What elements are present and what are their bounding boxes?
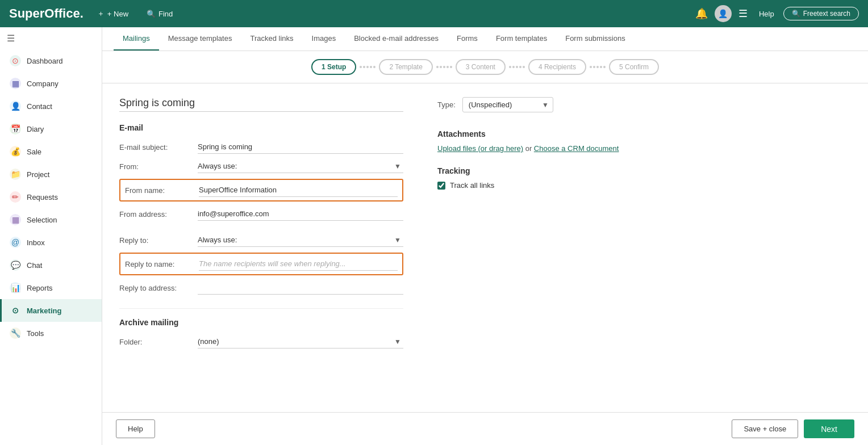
- from-address-input[interactable]: [198, 207, 403, 221]
- from-name-row: From name:: [119, 179, 403, 201]
- help-button-footer[interactable]: Help: [116, 419, 155, 438]
- type-select[interactable]: (Unspecified) Email SMS Document: [462, 97, 553, 112]
- mailing-title-input[interactable]: [119, 97, 403, 112]
- reply-to-name-input[interactable]: [199, 257, 398, 271]
- step-template-circle[interactable]: 2 Template: [379, 59, 432, 75]
- main-content: Mailings Message templates Tracked links…: [102, 27, 868, 445]
- folder-select-wrapper: (none) ▼: [198, 335, 403, 349]
- email-subject-input[interactable]: [198, 140, 403, 154]
- reply-to-address-label: Reply to address:: [119, 284, 193, 292]
- archive-section-title: Archive mailing: [119, 318, 403, 327]
- tab-blocked-email[interactable]: Blocked e-mail addresses: [345, 27, 448, 51]
- sidebar-item-contact[interactable]: 👤 Contact: [0, 95, 102, 117]
- dashboard-icon: ⊙: [10, 55, 21, 66]
- sale-icon: 💰: [10, 146, 21, 157]
- wizard-step-setup[interactable]: 1 Setup: [311, 59, 356, 75]
- find-button[interactable]: 🔍 Find: [142, 7, 177, 20]
- tab-tracked-links[interactable]: Tracked links: [241, 27, 302, 51]
- sidebar-item-requests[interactable]: ✏ Requests: [0, 186, 102, 208]
- step-content-circle[interactable]: 3 Content: [456, 59, 506, 75]
- reply-to-select[interactable]: Always use: Ask each time: [198, 233, 403, 247]
- tab-forms[interactable]: Forms: [448, 27, 487, 51]
- email-subject-row: E-mail subject:: [119, 140, 403, 154]
- tab-mailings[interactable]: Mailings: [114, 27, 159, 51]
- reply-to-address-input[interactable]: [198, 281, 403, 295]
- tab-images[interactable]: Images: [303, 27, 345, 51]
- reports-icon: 📊: [10, 282, 21, 293]
- next-button[interactable]: Next: [804, 419, 854, 438]
- tabs-bar: Mailings Message templates Tracked links…: [102, 27, 868, 51]
- from-name-input[interactable]: [199, 183, 398, 197]
- step-dots-3: [509, 66, 525, 68]
- tab-message-templates[interactable]: Message templates: [159, 27, 241, 51]
- new-button[interactable]: ＋ + New: [93, 6, 133, 21]
- avatar[interactable]: 👤: [715, 5, 732, 22]
- sidebar-item-inbox[interactable]: @ Inbox: [0, 231, 102, 254]
- sidebar-item-selection[interactable]: ▦ Selection: [0, 208, 102, 231]
- wizard-step-template[interactable]: 2 Template: [379, 59, 432, 75]
- step-confirm-circle[interactable]: 5 Confirm: [609, 59, 659, 75]
- footer-right: Save + close Next: [732, 419, 854, 438]
- tab-form-submissions[interactable]: Form submissions: [556, 27, 634, 51]
- from-label: From:: [119, 162, 193, 171]
- bell-icon: 🔔: [695, 7, 708, 20]
- email-section-title: E-mail: [119, 123, 403, 132]
- selection-icon: ▦: [10, 214, 21, 225]
- type-label: Type:: [437, 100, 456, 109]
- sidebar-item-marketing[interactable]: ⊙ Marketing: [0, 299, 102, 322]
- sidebar-item-dashboard[interactable]: ⊙ Dashboard: [0, 49, 102, 72]
- page-body: E-mail E-mail subject: From: Always use:…: [102, 83, 868, 412]
- email-subject-label: E-mail subject:: [119, 143, 193, 152]
- sidebar-item-diary[interactable]: 📅 Diary: [0, 117, 102, 140]
- attachments-upload: Upload files (or drag here) or Choose a …: [437, 144, 851, 153]
- or-text: or: [525, 144, 532, 153]
- upload-files-link[interactable]: Upload files (or drag here): [437, 144, 523, 153]
- contact-icon: 👤: [10, 100, 21, 112]
- step-dots-2: [436, 66, 452, 68]
- sidebar-item-tools[interactable]: 🔧 Tools: [0, 322, 102, 345]
- reply-to-address-row: Reply to address:: [119, 281, 403, 295]
- tab-form-templates[interactable]: Form templates: [487, 27, 556, 51]
- search-icon: 🔍: [147, 10, 156, 18]
- sidebar-item-reports[interactable]: 📊 Reports: [0, 276, 102, 299]
- folder-select[interactable]: (none): [198, 335, 403, 349]
- step-setup-circle[interactable]: 1 Setup: [311, 59, 356, 75]
- choose-crm-link[interactable]: Choose a CRM document: [534, 144, 619, 153]
- step-dots-4: [590, 66, 606, 68]
- folder-row: Folder: (none) ▼: [119, 335, 403, 349]
- freetext-search-button[interactable]: 🔍 Freetext search: [783, 7, 859, 20]
- reply-to-label: Reply to:: [119, 236, 193, 245]
- form-right: Type: (Unspecified) Email SMS Document ▼: [437, 97, 851, 354]
- save-close-button[interactable]: Save + close: [732, 419, 798, 438]
- sidebar-item-company[interactable]: ▦ Company: [0, 72, 102, 95]
- wizard-step-confirm[interactable]: 5 Confirm: [609, 59, 659, 75]
- reply-to-row: Reply to: Always use: Ask each time ▼: [119, 233, 403, 247]
- sidebar-collapse-button[interactable]: ☰: [0, 27, 102, 49]
- footer-bar: Help Save + close Next: [102, 412, 868, 445]
- from-name-label: From name:: [125, 186, 199, 195]
- track-all-links-checkbox[interactable]: [437, 182, 445, 190]
- folder-label: Folder:: [119, 338, 193, 346]
- plus-icon: ＋: [97, 9, 105, 19]
- wizard-step-recipients[interactable]: 4 Recipients: [528, 59, 586, 75]
- requests-icon: ✏: [10, 191, 21, 203]
- sidebar: ☰ ⊙ Dashboard ▦ Company 👤 Contact 📅 Diar…: [0, 27, 102, 445]
- archive-section: Archive mailing Folder: (none) ▼: [119, 308, 403, 349]
- notifications-button[interactable]: 🔔: [693, 5, 710, 22]
- from-row: From: Always use: Ask each time ▼: [119, 159, 403, 173]
- reply-to-name-label: Reply to name:: [125, 260, 199, 268]
- step-recipients-circle[interactable]: 4 Recipients: [528, 59, 586, 75]
- company-icon: ▦: [10, 78, 21, 89]
- attachments-title: Attachments: [437, 129, 851, 138]
- sidebar-item-project[interactable]: 📁 Project: [0, 163, 102, 186]
- step-dots-1: [360, 66, 375, 68]
- sidebar-item-sale[interactable]: 💰 Sale: [0, 140, 102, 163]
- wizard-step-content[interactable]: 3 Content: [456, 59, 506, 75]
- menu-button[interactable]: ☰: [736, 5, 750, 22]
- project-icon: 📁: [10, 169, 21, 180]
- app-logo: SuperOffice.: [9, 6, 84, 21]
- help-button[interactable]: Help: [754, 7, 779, 20]
- sidebar-item-chat[interactable]: 💬 Chat: [0, 254, 102, 276]
- from-select[interactable]: Always use: Ask each time: [198, 159, 403, 173]
- chat-icon: 💬: [10, 259, 21, 271]
